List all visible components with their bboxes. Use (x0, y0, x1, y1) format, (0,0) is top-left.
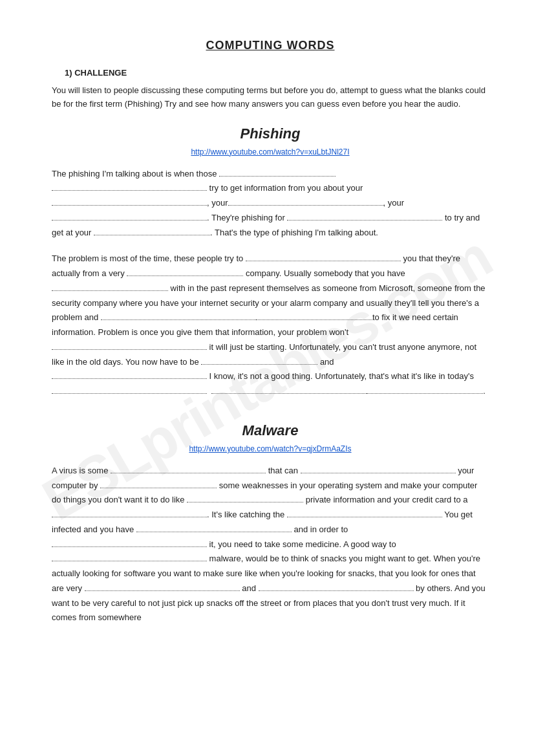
blank-7 (94, 228, 210, 235)
malware-p1-text11: and (240, 583, 259, 593)
blank-17 (211, 386, 367, 394)
blank-m6 (287, 510, 442, 517)
blank-11 (101, 312, 256, 320)
blank-1 (219, 169, 336, 177)
blank-m10 (85, 583, 240, 591)
phishing-p1-text4: , your (383, 198, 405, 208)
phishing-p2-text1: The problem is most of the time, these p… (52, 254, 246, 263)
blank-m9 (52, 554, 207, 561)
malware-heading: Malware (52, 422, 489, 439)
malware-link[interactable]: http://www.youtube.com/watch?v=qjxDrmAaZ… (52, 444, 489, 453)
malware-p1-text2: that can (266, 466, 300, 475)
malware-paragraph-1: A virus is some that can your computer b… (52, 464, 489, 625)
blank-m4 (187, 495, 303, 502)
phishing-p1-text7: . That's the type of phishing I'm talkin… (210, 228, 378, 237)
blank-8 (246, 254, 401, 261)
malware-p1-text8: and in order to (292, 524, 348, 534)
blank-m5 (52, 510, 207, 517)
blank-m11 (259, 583, 414, 591)
intro-text: You will listen to people discussing the… (52, 84, 489, 111)
phishing-p1-text3: , your (207, 198, 228, 208)
phishing-p2-text3: company. Usually somebody that you have (243, 268, 405, 278)
blank-9 (127, 268, 243, 276)
blank-6 (287, 213, 442, 221)
blank-10 (52, 283, 168, 291)
page-title: COMPUTING WORDS (52, 39, 489, 52)
blank-12 (256, 312, 372, 320)
blank-18 (367, 386, 483, 394)
phishing-paragraph-1: The phishing I'm talking about is when t… (52, 167, 489, 241)
phishing-p1-text2: try to get information from you about yo… (207, 183, 363, 193)
blank-13 (52, 342, 207, 350)
phishing-p2-text7: and (317, 357, 334, 367)
malware-p1-text9: it, you need to take some medicine. A go… (207, 539, 396, 549)
blank-15 (52, 371, 207, 379)
blank-4 (228, 198, 383, 206)
blank-m3 (100, 481, 217, 488)
malware-p1-text1: A virus is some (52, 466, 111, 475)
phishing-p2-text9: . (483, 386, 486, 396)
blank-14 (201, 357, 317, 365)
phishing-p1-text1: The phishing I'm talking about is when t… (52, 169, 219, 178)
phishing-p2-text8: I know, it's not a good thing. Unfortuna… (207, 371, 474, 381)
blank-5 (52, 213, 207, 221)
blank-m1 (111, 466, 266, 473)
blank-3 (52, 198, 207, 206)
blank-m2 (301, 466, 456, 473)
blank-m7 (136, 524, 292, 532)
blank-m8 (52, 539, 207, 547)
phishing-p1-text5: . They're phishing for (207, 213, 287, 222)
malware-p1-text5: private information and your credit card… (303, 495, 467, 504)
phishing-paragraph-2: The problem is most of the time, these p… (52, 252, 489, 399)
phishing-heading: Phishing (52, 125, 489, 142)
phishing-link[interactable]: http://www.youtube.com/watch?v=xuLbtJNl2… (52, 147, 489, 157)
challenge-label: 1) CHALLENGE (65, 68, 489, 78)
blank-16 (52, 386, 207, 394)
blank-2 (52, 183, 207, 191)
malware-p1-text6: . It's like catching the (207, 510, 287, 519)
